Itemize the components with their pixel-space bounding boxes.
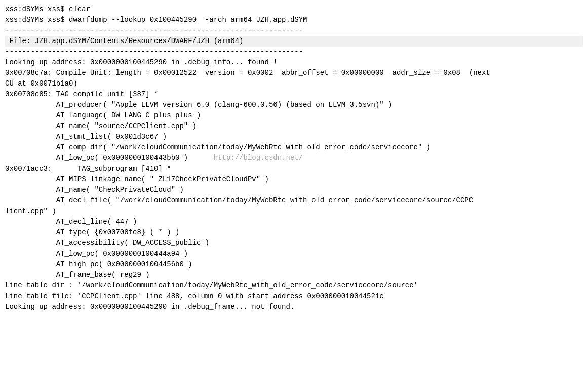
terminal-line: CU at 0x0071b1a0) [5,78,583,89]
terminal-line: AT_low_pc( 0x0000000100444a94 ) [5,249,583,259]
terminal-output: xss:dSYMs xss$ clearxss:dSYMs xss$ dwarf… [0,0,588,316]
terminal-line: AT_MIPS_linkage_name( "_ZL17CheckPrivate… [5,174,583,185]
terminal-line: xss:dSYMs xss$ dwarfdump --lookup 0x1004… [5,15,583,25]
terminal-line: Line table dir : '/work/cloudCommunicati… [5,280,583,291]
terminal-line: Looking up address: 0x0000000100445290 i… [5,57,583,68]
terminal-line: AT_comp_dir( "/work/cloudCommunication/t… [5,142,583,153]
terminal-line: File: JZH.app.dSYM/Contents/Resources/DW… [5,36,583,47]
terminal-line: xss:dSYMs xss$ clear [5,4,583,15]
terminal-line: 0x00708c7a: Compile Unit: length = 0x000… [5,68,583,78]
terminal-line: 0x00708c85: TAG_compile_unit [387] * [5,89,583,100]
terminal-line: AT_language( DW_LANG_C_plus_plus ) [5,110,583,121]
terminal-line: AT_decl_line( 447 ) [5,217,583,227]
terminal-line: AT_stmt_list( 0x001d3c67 ) [5,132,583,142]
terminal-line: AT_name( "CheckPrivateCloud" ) [5,185,583,195]
terminal-line: AT_low_pc( 0x0000000100443bb0 ) http://b… [5,153,583,163]
terminal-line: AT_decl_file( "/work/cloudCommunication/… [5,195,583,206]
terminal-line: AT_frame_base( reg29 ) [5,270,583,280]
terminal-line: ----------------------------------------… [5,47,583,57]
terminal-line: AT_high_pc( 0x00000001004456b0 ) [5,259,583,270]
terminal-line: AT_producer( "Apple LLVM version 6.0 (cl… [5,100,583,110]
terminal-line: lient.cpp" ) [5,206,583,217]
terminal-line: AT_name( "source/CCPClient.cpp" ) [5,121,583,132]
watermark-text: http://blog.csdn.net/ [214,154,303,162]
terminal-line: 0x0071acc3: TAG_subprogram [410] * [5,163,583,174]
terminal-line: Line table file: 'CCPClient.cpp' line 48… [5,291,583,302]
terminal-line: AT_type( {0x00708fc8} ( * ) ) [5,227,583,238]
terminal-line: ----------------------------------------… [5,25,583,36]
terminal-line: AT_accessibility( DW_ACCESS_public ) [5,238,583,249]
terminal-line: Looking up address: 0x0000000100445290 i… [5,302,583,312]
